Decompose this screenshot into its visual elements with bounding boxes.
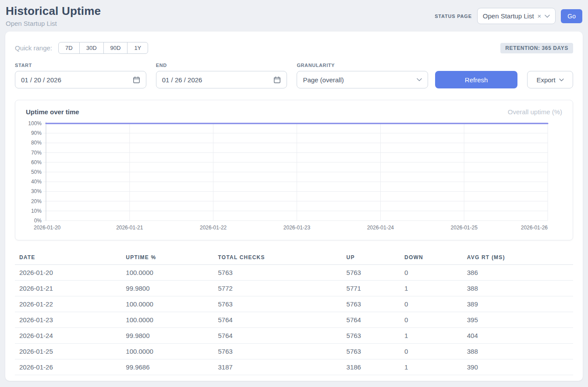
table-row: 2026-01-20100.0000576357630386 bbox=[15, 265, 573, 281]
quick-range-1y-button[interactable]: 1Y bbox=[127, 42, 148, 54]
table-cell: 2026-01-22 bbox=[15, 296, 121, 312]
svg-text:2026-01-25: 2026-01-25 bbox=[451, 225, 478, 231]
title-block: Historical Uptime Open Startup List bbox=[6, 4, 101, 27]
page-subtitle: Open Startup List bbox=[6, 20, 101, 27]
table-cell: 5764 bbox=[342, 312, 400, 328]
chart-legend: Overall uptime (%) bbox=[508, 108, 562, 116]
uptime-chart-card: Uptime over time Overall uptime (%) 0%10… bbox=[15, 100, 573, 240]
status-page-select-value: Open Startup List bbox=[483, 12, 534, 20]
table-cell: 100.0000 bbox=[121, 296, 213, 312]
header-controls: STATUS PAGE Open Startup List × Go bbox=[435, 8, 582, 24]
table-row: 2026-01-2199.9800577257711388 bbox=[15, 281, 573, 296]
svg-text:20%: 20% bbox=[31, 198, 42, 204]
chart-title: Uptime over time bbox=[26, 108, 79, 116]
svg-text:2026-01-24: 2026-01-24 bbox=[367, 225, 394, 231]
svg-text:40%: 40% bbox=[31, 179, 42, 185]
table-cell: 2026-01-23 bbox=[15, 312, 121, 328]
table-cell: 5763 bbox=[214, 344, 342, 359]
table-column-header: DATE bbox=[15, 251, 121, 265]
table-cell: 5763 bbox=[214, 265, 342, 281]
export-button[interactable]: Export bbox=[527, 71, 573, 88]
table-cell: 3186 bbox=[342, 359, 400, 375]
clear-selection-icon[interactable]: × bbox=[538, 12, 542, 20]
table-cell: 388 bbox=[463, 281, 573, 296]
refresh-button[interactable]: Refresh bbox=[435, 71, 517, 88]
table-cell: 0 bbox=[400, 344, 463, 359]
svg-text:100%: 100% bbox=[28, 120, 42, 127]
end-date-value: 01 / 26 / 2026 bbox=[162, 76, 202, 84]
table-cell: 389 bbox=[463, 296, 573, 312]
svg-text:30%: 30% bbox=[31, 188, 42, 194]
table-cell: 2026-01-24 bbox=[15, 328, 121, 344]
status-page-label: STATUS PAGE bbox=[435, 14, 472, 19]
svg-text:2026-01-21: 2026-01-21 bbox=[116, 225, 143, 231]
table-cell: 1 bbox=[400, 359, 463, 375]
svg-text:80%: 80% bbox=[31, 140, 42, 146]
uptime-table: DATEUPTIME %TOTAL CHECKSUPDOWNAVG RT (MS… bbox=[15, 251, 573, 375]
table-cell: 390 bbox=[463, 359, 573, 375]
status-page-select[interactable]: Open Startup List × bbox=[477, 8, 556, 24]
table-column-header: TOTAL CHECKS bbox=[214, 251, 342, 265]
table-cell: 5764 bbox=[214, 328, 342, 344]
table-cell: 5763 bbox=[342, 296, 400, 312]
table-cell: 5763 bbox=[342, 344, 400, 359]
chevron-down-icon bbox=[545, 14, 550, 18]
table-column-header: AVG RT (MS) bbox=[463, 251, 573, 265]
table-row: 2026-01-25100.0000576357630388 bbox=[15, 344, 573, 359]
svg-text:2026-01-22: 2026-01-22 bbox=[200, 225, 227, 231]
table-cell: 0 bbox=[400, 296, 463, 312]
table-cell: 99.9686 bbox=[121, 359, 213, 375]
table-cell: 2026-01-26 bbox=[15, 359, 121, 375]
table-cell: 5763 bbox=[214, 296, 342, 312]
table-row: 2026-01-23100.0000576457640395 bbox=[15, 312, 573, 328]
granularity-label: GRANULARITY bbox=[297, 63, 428, 68]
svg-text:10%: 10% bbox=[31, 208, 42, 214]
table-cell: 0 bbox=[400, 265, 463, 281]
quick-range-90d-button[interactable]: 90D bbox=[103, 42, 128, 54]
svg-text:60%: 60% bbox=[31, 159, 42, 165]
table-column-header: UPTIME % bbox=[121, 251, 213, 265]
chevron-down-icon bbox=[417, 78, 422, 81]
table-cell: 99.9800 bbox=[121, 328, 213, 344]
table-cell: 395 bbox=[463, 312, 573, 328]
table-cell: 5763 bbox=[342, 265, 400, 281]
table-column-header: DOWN bbox=[400, 251, 463, 265]
retention-badge: RETENTION: 365 DAYS bbox=[500, 43, 573, 53]
svg-text:2026-01-26: 2026-01-26 bbox=[521, 225, 548, 231]
end-date-input[interactable]: 01 / 26 / 2026 bbox=[156, 71, 287, 88]
export-button-label: Export bbox=[536, 76, 555, 84]
table-cell: 99.9800 bbox=[121, 281, 213, 296]
quick-range-7d-button[interactable]: 7D bbox=[58, 42, 80, 54]
svg-text:70%: 70% bbox=[31, 150, 42, 156]
end-date-label: END bbox=[156, 63, 287, 68]
calendar-icon[interactable] bbox=[133, 76, 140, 84]
table-cell: 100.0000 bbox=[121, 312, 213, 328]
table-cell: 5763 bbox=[342, 328, 400, 344]
table-column-header: UP bbox=[342, 251, 400, 265]
quick-range-row: Quick range: 7D 30D 90D 1Y RETENTION: 36… bbox=[15, 42, 573, 54]
page-title: Historical Uptime bbox=[6, 4, 101, 18]
table-cell: 388 bbox=[463, 344, 573, 359]
table-cell: 2026-01-21 bbox=[15, 281, 121, 296]
table-cell: 100.0000 bbox=[121, 344, 213, 359]
start-date-label: START bbox=[15, 63, 146, 68]
quick-range-button-group: 7D 30D 90D 1Y bbox=[58, 42, 148, 54]
svg-text:50%: 50% bbox=[31, 169, 42, 175]
table-header-row: DATEUPTIME %TOTAL CHECKSUPDOWNAVG RT (MS… bbox=[15, 251, 573, 265]
quick-range-30d-button[interactable]: 30D bbox=[79, 42, 104, 54]
start-date-input[interactable]: 01 / 20 / 2026 bbox=[15, 71, 146, 88]
table-row: 2026-01-22100.0000576357630389 bbox=[15, 296, 573, 312]
table-cell: 1 bbox=[400, 281, 463, 296]
svg-text:90%: 90% bbox=[31, 130, 42, 136]
calendar-icon[interactable] bbox=[273, 76, 281, 84]
filters-row: START 01 / 20 / 2026 END 01 / 26 / 2026 … bbox=[15, 63, 573, 88]
table-cell: 1 bbox=[400, 328, 463, 344]
go-button[interactable]: Go bbox=[561, 9, 582, 23]
table-cell: 3187 bbox=[214, 359, 342, 375]
svg-text:2026-01-20: 2026-01-20 bbox=[34, 225, 61, 231]
table-row: 2026-01-2499.9800576457631404 bbox=[15, 328, 573, 344]
granularity-select[interactable]: Page (overall) bbox=[297, 71, 428, 88]
table-cell: 2026-01-25 bbox=[15, 344, 121, 359]
granularity-value: Page (overall) bbox=[303, 76, 344, 84]
main-card: Quick range: 7D 30D 90D 1Y RETENTION: 36… bbox=[5, 32, 583, 381]
